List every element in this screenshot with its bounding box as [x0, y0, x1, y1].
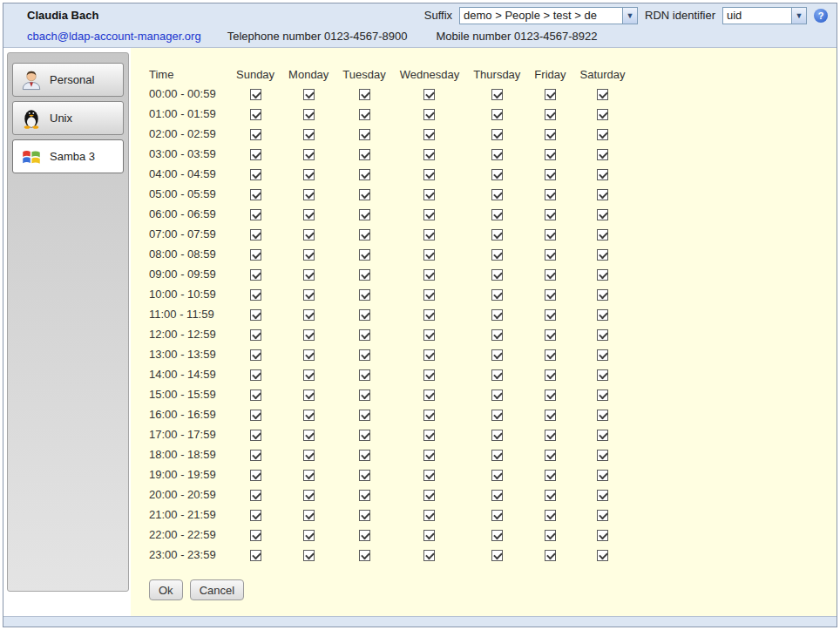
- checkbox-thursday[interactable]: [491, 249, 503, 261]
- checkbox-friday[interactable]: [545, 430, 556, 441]
- checkbox-monday[interactable]: [303, 169, 315, 180]
- checkbox-friday[interactable]: [545, 209, 556, 220]
- checkbox-sunday[interactable]: [250, 390, 261, 401]
- checkbox-sunday[interactable]: [250, 309, 261, 321]
- checkbox-monday[interactable]: [303, 349, 315, 361]
- checkbox-tuesday[interactable]: [359, 390, 370, 401]
- checkbox-thursday[interactable]: [491, 430, 503, 441]
- checkbox-tuesday[interactable]: [359, 530, 370, 541]
- checkbox-sunday[interactable]: [250, 550, 261, 561]
- checkbox-monday[interactable]: [303, 390, 315, 401]
- checkbox-monday[interactable]: [303, 309, 315, 321]
- checkbox-wednesday[interactable]: [423, 530, 435, 541]
- checkbox-tuesday[interactable]: [359, 269, 370, 281]
- checkbox-monday[interactable]: [303, 530, 315, 541]
- checkbox-friday[interactable]: [545, 369, 556, 381]
- checkbox-friday[interactable]: [545, 530, 556, 541]
- checkbox-tuesday[interactable]: [359, 430, 370, 441]
- checkbox-friday[interactable]: [545, 249, 556, 261]
- checkbox-thursday[interactable]: [491, 89, 503, 100]
- checkbox-thursday[interactable]: [491, 229, 503, 240]
- checkbox-friday[interactable]: [545, 189, 556, 200]
- checkbox-sunday[interactable]: [250, 209, 261, 220]
- checkbox-tuesday[interactable]: [359, 329, 370, 341]
- checkbox-thursday[interactable]: [491, 510, 503, 521]
- checkbox-thursday[interactable]: [491, 329, 503, 341]
- tab-samba3[interactable]: Samba 3: [12, 139, 124, 173]
- checkbox-saturday[interactable]: [597, 189, 608, 200]
- checkbox-wednesday[interactable]: [423, 410, 435, 421]
- rdn-identifier-select[interactable]: uid ▼: [722, 7, 807, 24]
- checkbox-tuesday[interactable]: [359, 129, 370, 140]
- checkbox-saturday[interactable]: [597, 289, 608, 301]
- checkbox-wednesday[interactable]: [423, 89, 435, 100]
- checkbox-saturday[interactable]: [597, 349, 608, 361]
- checkbox-saturday[interactable]: [597, 249, 608, 261]
- checkbox-friday[interactable]: [545, 550, 556, 561]
- checkbox-tuesday[interactable]: [359, 249, 370, 261]
- checkbox-saturday[interactable]: [597, 550, 608, 561]
- checkbox-sunday[interactable]: [250, 349, 261, 361]
- checkbox-sunday[interactable]: [250, 129, 261, 140]
- checkbox-thursday[interactable]: [491, 109, 503, 120]
- checkbox-wednesday[interactable]: [423, 189, 435, 200]
- checkbox-tuesday[interactable]: [359, 309, 370, 321]
- checkbox-saturday[interactable]: [597, 329, 608, 341]
- checkbox-friday[interactable]: [545, 390, 556, 401]
- checkbox-sunday[interactable]: [250, 490, 261, 501]
- checkbox-friday[interactable]: [545, 490, 556, 501]
- cancel-button[interactable]: Cancel: [190, 579, 244, 600]
- help-icon[interactable]: ?: [814, 9, 828, 23]
- checkbox-monday[interactable]: [303, 249, 315, 261]
- checkbox-saturday[interactable]: [597, 410, 608, 421]
- email-link[interactable]: cbach@ldap-account-manager.org: [27, 30, 201, 43]
- checkbox-wednesday[interactable]: [423, 249, 435, 261]
- checkbox-friday[interactable]: [545, 470, 556, 481]
- checkbox-thursday[interactable]: [491, 369, 503, 381]
- checkbox-thursday[interactable]: [491, 390, 503, 401]
- checkbox-monday[interactable]: [303, 430, 315, 441]
- checkbox-monday[interactable]: [303, 329, 315, 341]
- checkbox-thursday[interactable]: [491, 550, 503, 561]
- checkbox-tuesday[interactable]: [359, 349, 370, 361]
- checkbox-monday[interactable]: [303, 510, 315, 521]
- checkbox-tuesday[interactable]: [359, 169, 370, 180]
- checkbox-friday[interactable]: [545, 129, 556, 140]
- checkbox-thursday[interactable]: [491, 530, 503, 541]
- tab-personal[interactable]: Personal: [12, 63, 124, 97]
- checkbox-saturday[interactable]: [597, 309, 608, 321]
- suffix-select[interactable]: demo > People > test > de ▼: [459, 7, 638, 24]
- checkbox-tuesday[interactable]: [359, 369, 370, 381]
- checkbox-saturday[interactable]: [597, 450, 608, 461]
- checkbox-sunday[interactable]: [250, 269, 261, 281]
- checkbox-thursday[interactable]: [491, 450, 503, 461]
- checkbox-tuesday[interactable]: [359, 450, 370, 461]
- checkbox-wednesday[interactable]: [423, 169, 435, 180]
- checkbox-monday[interactable]: [303, 550, 315, 561]
- checkbox-wednesday[interactable]: [423, 550, 435, 561]
- checkbox-sunday[interactable]: [250, 450, 261, 461]
- checkbox-monday[interactable]: [303, 229, 315, 240]
- checkbox-wednesday[interactable]: [423, 490, 435, 501]
- checkbox-thursday[interactable]: [491, 470, 503, 481]
- checkbox-saturday[interactable]: [597, 390, 608, 401]
- checkbox-thursday[interactable]: [491, 189, 503, 200]
- checkbox-sunday[interactable]: [250, 149, 261, 160]
- checkbox-tuesday[interactable]: [359, 410, 370, 421]
- checkbox-wednesday[interactable]: [423, 369, 435, 381]
- checkbox-saturday[interactable]: [597, 470, 608, 481]
- checkbox-tuesday[interactable]: [359, 89, 370, 100]
- checkbox-monday[interactable]: [303, 470, 315, 481]
- checkbox-saturday[interactable]: [597, 169, 608, 180]
- checkbox-friday[interactable]: [545, 329, 556, 341]
- checkbox-monday[interactable]: [303, 129, 315, 140]
- checkbox-thursday[interactable]: [491, 169, 503, 180]
- checkbox-friday[interactable]: [545, 349, 556, 361]
- checkbox-wednesday[interactable]: [423, 510, 435, 521]
- checkbox-saturday[interactable]: [597, 209, 608, 220]
- checkbox-wednesday[interactable]: [423, 209, 435, 220]
- checkbox-friday[interactable]: [545, 169, 556, 180]
- checkbox-thursday[interactable]: [491, 289, 503, 301]
- checkbox-thursday[interactable]: [491, 349, 503, 361]
- checkbox-friday[interactable]: [545, 410, 556, 421]
